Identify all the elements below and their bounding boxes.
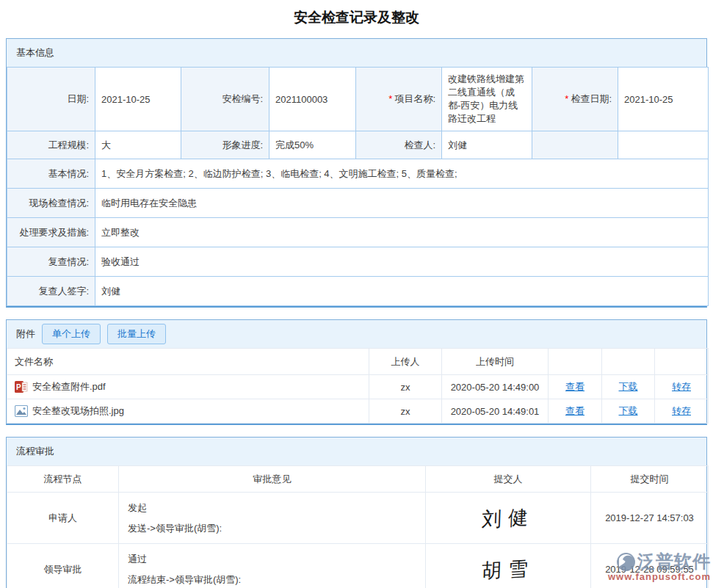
submitter-cell: 胡雪: [426, 544, 591, 588]
view-link[interactable]: 查看: [565, 381, 584, 392]
upload-time-cell: 2020-05-20 14:49:00: [442, 375, 549, 399]
uploader-cell: zx: [369, 399, 442, 424]
attachment-row: 安全整改现场拍照.jpg zx 2020-05-20 14:49:01 查看 下…: [7, 399, 709, 424]
check-date-label: *检查日期:: [532, 68, 618, 131]
approval-section-title: 流程审批: [7, 438, 706, 465]
inspector-value: 刘健: [442, 131, 532, 159]
submit-time-cell: 2019-12-27 14:57:03: [591, 493, 709, 544]
measures-label: 处理要求及措施:: [7, 218, 95, 247]
approval-row: 申请人 发起 发送->领导审批(胡雪): 刘健 2019-12-27 14:57…: [7, 493, 709, 544]
file-name-cell: 安全整改现场拍照.jpg: [7, 399, 369, 424]
saveas-link[interactable]: 转存: [672, 405, 691, 416]
opinion-line2: 流程结束->领导审批(胡雪):: [128, 570, 416, 588]
required-marker: *: [388, 93, 392, 104]
saveas-link[interactable]: 转存: [672, 381, 691, 392]
approval-table: 流程节点 审批意见 提交人 提交时间 申请人 发起 发送->领导审批(胡雪): …: [7, 465, 709, 588]
file-name-cell: P 安全检查附件.pdf: [7, 375, 369, 399]
date-value: 2021-10-25: [95, 68, 181, 131]
inspection-no-label: 安检编号:: [181, 68, 269, 131]
flow-node-cell: 申请人: [7, 493, 119, 544]
col-uploader: 上传人: [369, 349, 442, 375]
review-value: 验收通过: [95, 247, 709, 277]
attachments-section-title: 附件: [16, 327, 35, 341]
submitter-cell: 刘健: [426, 493, 591, 544]
page-title: 安全检查记录及整改: [6, 0, 707, 38]
view-cell: 查看: [549, 375, 602, 399]
attachment-row: P 安全检查附件.pdf zx 2020-05-20 14:49:00 查看 下…: [7, 375, 709, 399]
date-label: 日期:: [7, 68, 95, 131]
flow-node-cell: 领导审批: [7, 544, 119, 588]
uploader-cell: zx: [369, 375, 442, 399]
scale-value: 大: [95, 131, 181, 159]
basic-info-table: 日期: 2021-10-25 安检编号: 2021100003 *项目名称: 改…: [7, 67, 709, 306]
required-marker: *: [565, 93, 568, 104]
batch-upload-button[interactable]: 批量上传: [107, 324, 166, 344]
project-name-label: *项目名称:: [356, 68, 442, 131]
pdf-file-icon: P: [15, 380, 28, 393]
download-cell: 下载: [602, 375, 655, 399]
check-date-label-text: 检查日期:: [571, 93, 612, 104]
page: 安全检查记录及整改 基本信息 日期: 2021-10-25 安检编号: 2021…: [0, 0, 713, 588]
basic-situation-value: 1、安全月方案检查; 2、临边防护检查; 3、临电检查; 4、文明施工检查; 5…: [95, 159, 709, 189]
file-name-text: 安全整改现场拍照.jpg: [32, 404, 124, 418]
col-file-name: 文件名称: [7, 349, 369, 375]
attachments-header: 附件 单个上传 批量上传: [7, 320, 706, 348]
col-flow-node: 流程节点: [7, 466, 119, 493]
download-link[interactable]: 下载: [619, 405, 638, 416]
basic-info-section-title: 基本信息: [7, 39, 706, 67]
check-date-value: 2021-10-25: [618, 68, 709, 131]
empty-value-cell: [618, 131, 709, 159]
col-upload-time: 上传时间: [442, 349, 549, 375]
col-submit-time: 提交时间: [591, 466, 709, 493]
saveas-cell: 转存: [655, 375, 709, 399]
project-name-label-text: 项目名称:: [394, 93, 435, 104]
site-check-label: 现场检查情况:: [7, 189, 95, 218]
inspection-no-value: 2021100003: [269, 68, 356, 131]
col-submitter: 提交人: [426, 466, 591, 493]
col-approval-opinion: 审批意见: [119, 466, 426, 493]
approval-section: 流程审批 流程节点 审批意见 提交人 提交时间 申请人 发起 发送->领导审批(…: [6, 437, 707, 588]
review-sign-label: 复查人签字:: [7, 277, 95, 306]
view-cell: 查看: [549, 399, 602, 424]
opinion-cell: 发起 发送->领导审批(胡雪):: [119, 493, 426, 544]
review-label: 复查情况:: [7, 247, 95, 277]
opinion-cell: 通过 流程结束->领导审批(胡雪):: [119, 544, 426, 588]
submit-time-cell: 2019-12-28 09:59:55: [591, 544, 709, 588]
progress-value: 完成50%: [269, 131, 356, 159]
svg-text:P: P: [16, 383, 21, 391]
saveas-cell: 转存: [655, 399, 709, 424]
col-action-2: [602, 349, 655, 375]
attachments-table: 文件名称 上传人 上传时间 P: [7, 348, 709, 424]
image-file-icon: [15, 404, 28, 418]
download-link[interactable]: 下载: [619, 381, 638, 392]
upload-time-cell: 2020-05-20 14:49:01: [442, 399, 549, 424]
review-sign-value: 刘健: [95, 277, 709, 306]
col-action-3: [655, 349, 709, 375]
measures-value: 立即整改: [95, 218, 709, 247]
project-name-value: 改建铁路线增建第二线直通线（成都-西安）电力线路迁改工程: [442, 68, 532, 131]
opinion-line2: 发送->领导审批(胡雪):: [128, 518, 416, 539]
basic-situation-label: 基本情况:: [7, 159, 95, 189]
attachments-section: 附件 单个上传 批量上传 文件名称 上传人 上传时间: [6, 319, 707, 425]
progress-label: 形象进度:: [181, 131, 269, 159]
opinion-line1: 发起: [128, 498, 416, 518]
site-check-value: 临时用电存在安全隐患: [95, 189, 709, 218]
col-action-1: [549, 349, 602, 375]
inspector-label: 检查人:: [356, 131, 442, 159]
view-link[interactable]: 查看: [565, 405, 584, 416]
basic-info-section: 基本信息 日期: 2021-10-25 安检编号: 2021100003 *项目…: [6, 38, 707, 308]
empty-label-cell: [532, 131, 618, 159]
opinion-line1: 通过: [128, 549, 416, 570]
approval-row: 领导审批 通过 流程结束->领导审批(胡雪): 胡雪 2019-12-28 09…: [7, 544, 709, 588]
single-upload-button[interactable]: 单个上传: [42, 324, 101, 344]
download-cell: 下载: [602, 399, 655, 424]
submitter-signature: 刘健: [481, 504, 535, 533]
file-name-text: 安全检查附件.pdf: [32, 380, 106, 393]
scale-label: 工程规模:: [7, 131, 95, 159]
submitter-signature: 胡雪: [481, 555, 535, 584]
